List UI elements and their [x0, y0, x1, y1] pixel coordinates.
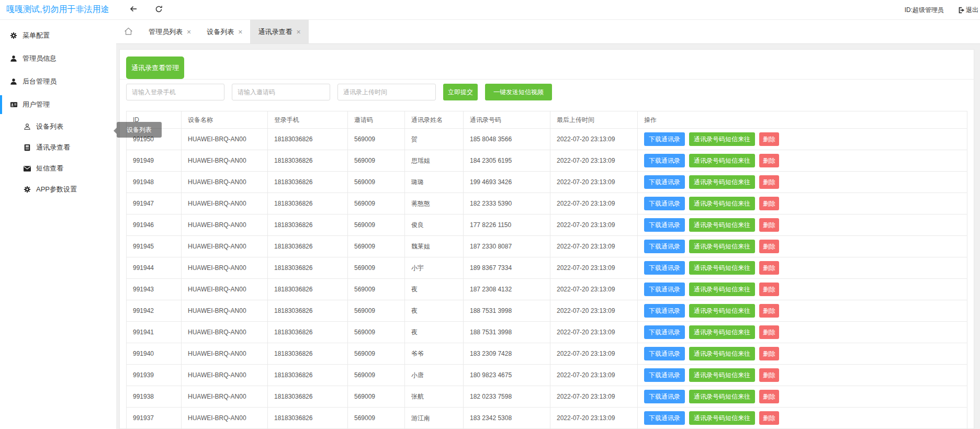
delete-button[interactable]: 删除 — [759, 154, 779, 167]
download-button[interactable]: 下载通讯录 — [644, 175, 685, 189]
close-icon[interactable]: × — [238, 28, 242, 36]
sidebar-item-label: 管理员信息 — [22, 54, 57, 63]
download-button[interactable]: 下载通讯录 — [644, 283, 685, 296]
cell-time: 2022-07-20 23:13:09 — [550, 279, 638, 300]
sidebar-item-menu-config[interactable]: 菜单配置 — [0, 24, 116, 47]
back-button[interactable] — [125, 0, 142, 20]
sidebar-item-user-management[interactable]: 用户管理 — [0, 93, 116, 116]
sms-button[interactable]: 通讯录号码短信来往 — [689, 325, 755, 339]
cell-id: 991945 — [127, 236, 182, 257]
delete-button[interactable]: 删除 — [759, 411, 779, 425]
sms-button[interactable]: 通讯录号码短信来往 — [689, 304, 755, 318]
cell-name: 小宇 — [405, 257, 464, 279]
top-bar-right: ID:超级管理员 退出 — [905, 0, 978, 20]
cell-phone: 18183036826 — [268, 300, 348, 322]
sms-button[interactable]: 通讯录号码短信来往 — [689, 347, 755, 360]
sms-button[interactable]: 通讯录号码短信来往 — [689, 390, 755, 403]
cell-name: 俊良 — [405, 214, 464, 236]
sidebar-item-backend-admin[interactable]: 后台管理员 — [0, 70, 116, 93]
submit-button[interactable]: 立即提交 — [443, 84, 478, 100]
table-row: 991944HUAWEI-BRQ-AN0018183036826569009小宇… — [127, 257, 967, 279]
download-button[interactable]: 下载通讯录 — [644, 304, 685, 318]
cell-id: 991944 — [127, 257, 182, 279]
upload-time-input[interactable] — [337, 84, 436, 100]
close-icon[interactable]: × — [187, 28, 191, 36]
delete-button[interactable]: 删除 — [759, 283, 779, 296]
sidebar-item-admin-info[interactable]: 管理员信息 — [0, 47, 116, 70]
sms-button[interactable]: 通讯录号码短信来往 — [689, 154, 755, 167]
sms-button[interactable]: 通讯录号码短信来往 — [689, 240, 755, 253]
sms-button[interactable]: 通讯录号码短信来往 — [689, 261, 755, 275]
cell-device: HUAWEI-BRQ-AN00 — [182, 343, 268, 365]
sidebar-item-app-settings[interactable]: APP参数设置 — [0, 179, 116, 200]
cell-number: 187 2330 8087 — [464, 236, 550, 257]
download-button[interactable]: 下载通讯录 — [644, 197, 685, 210]
sms-button[interactable]: 通讯录号码短信来往 — [689, 175, 755, 189]
cell-name: 小唐 — [405, 365, 464, 386]
sms-button[interactable]: 通讯录号码短信来往 — [689, 218, 755, 232]
sms-button[interactable]: 通讯录号码短信来往 — [689, 368, 755, 382]
cell-device: HUAWEI-BRQ-AN00 — [182, 279, 268, 300]
table-row: 991946HUAWEI-BRQ-AN0018183036826569009俊良… — [127, 214, 967, 236]
sidebar-item-sms-view[interactable]: 短信查看 — [0, 158, 116, 179]
tab-admin-list[interactable]: 管理员列表 × — [141, 20, 199, 43]
delete-button[interactable]: 删除 — [759, 368, 779, 382]
cell-device: HUAWEI-BRQ-AN00 — [182, 193, 268, 214]
cell-id: 991948 — [127, 172, 182, 193]
download-button[interactable]: 下载通讯录 — [644, 390, 685, 403]
cell-actions: 下载通讯录通讯录号码短信来往删除 — [638, 343, 967, 365]
logout-button[interactable]: 退出 — [958, 6, 978, 15]
cell-name: 夜 — [405, 279, 464, 300]
table-row: 991941HUAWEI-BRQ-AN0018183036826569009夜1… — [127, 322, 967, 343]
tab-device-list[interactable]: 设备列表 × — [199, 20, 250, 43]
cell-invite: 569009 — [348, 300, 405, 322]
cell-phone: 18183036826 — [268, 279, 348, 300]
cell-invite: 569009 — [348, 257, 405, 279]
cell-id: 991946 — [127, 214, 182, 236]
cell-time: 2022-07-20 23:13:09 — [550, 193, 638, 214]
cell-device: HUAWEI-BRQ-AN00 — [182, 150, 268, 172]
download-button[interactable]: 下载通讯录 — [644, 218, 685, 232]
tab-home[interactable] — [116, 20, 141, 43]
delete-button[interactable]: 删除 — [759, 261, 779, 275]
cell-number: 183 2342 5308 — [464, 408, 550, 429]
refresh-button[interactable] — [150, 0, 167, 20]
download-button[interactable]: 下载通讯录 — [644, 154, 685, 167]
download-button[interactable]: 下载通讯录 — [644, 325, 685, 339]
delete-button[interactable]: 删除 — [759, 175, 779, 189]
cell-id: 991940 — [127, 343, 182, 365]
close-icon[interactable]: × — [296, 28, 300, 36]
download-button[interactable]: 下载通讯录 — [644, 411, 685, 425]
delete-button[interactable]: 删除 — [759, 347, 779, 360]
tab-bar: 管理员列表 × 设备列表 × 通讯录查看 × — [116, 20, 980, 44]
delete-button[interactable]: 删除 — [759, 240, 779, 253]
invite-code-input[interactable] — [232, 84, 330, 100]
cell-device: HUAWEI-BRQ-AN00 — [182, 257, 268, 279]
table-row: 991937HUAWEI-BRQ-AN0018183036826569009游江… — [127, 408, 967, 429]
sidebar-item-contacts-view[interactable]: 通讯录查看 — [0, 137, 116, 158]
delete-button[interactable]: 删除 — [759, 390, 779, 403]
login-phone-input[interactable] — [126, 84, 224, 100]
sms-button[interactable]: 通讯录号码短信来往 — [689, 283, 755, 296]
download-button[interactable]: 下载通讯录 — [644, 261, 685, 275]
delete-button[interactable]: 删除 — [759, 218, 779, 232]
panel-title-button[interactable]: 通讯录查看管理 — [126, 57, 184, 79]
delete-button[interactable]: 删除 — [759, 304, 779, 318]
delete-button[interactable]: 删除 — [759, 325, 779, 339]
download-button[interactable]: 下载通讯录 — [644, 368, 685, 382]
cell-actions: 下载通讯录通讯录号码短信来往删除 — [638, 365, 967, 386]
sms-button[interactable]: 通讯录号码短信来往 — [689, 197, 755, 210]
send-sms-video-button[interactable]: 一键发送短信视频 — [485, 84, 552, 100]
tab-contacts-view[interactable]: 通讯录查看 × — [250, 20, 308, 43]
home-icon — [124, 27, 133, 37]
sms-button[interactable]: 通讯录号码短信来往 — [689, 411, 755, 425]
download-button[interactable]: 下载通讯录 — [644, 132, 685, 146]
download-button[interactable]: 下载通讯录 — [644, 347, 685, 360]
user-icon — [9, 78, 18, 85]
cell-name: 爷爷 — [405, 343, 464, 365]
download-button[interactable]: 下载通讯录 — [644, 240, 685, 253]
delete-button[interactable]: 删除 — [759, 197, 779, 210]
delete-button[interactable]: 删除 — [759, 132, 779, 146]
sidebar-item-device-list[interactable]: 设备列表 — [0, 116, 116, 137]
sms-button[interactable]: 通讯录号码短信来往 — [689, 132, 755, 146]
